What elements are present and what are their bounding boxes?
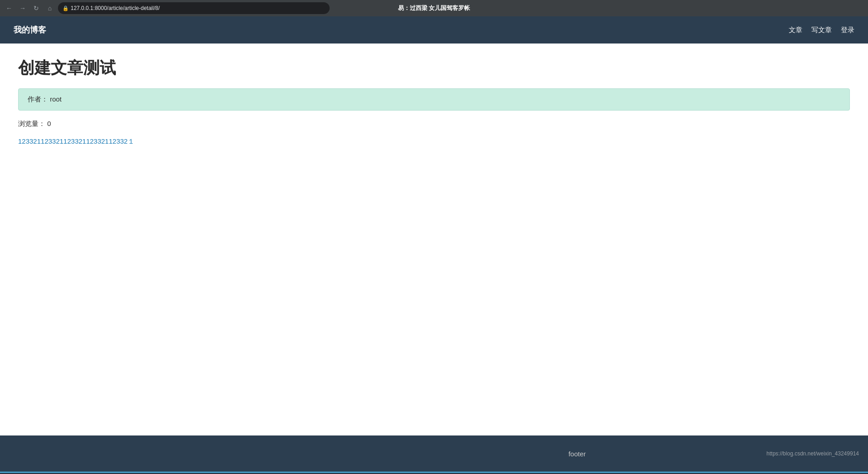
footer-right-text: https://blog.csdn.net/weixin_43249914	[767, 450, 859, 457]
navbar-link-articles[interactable]: 文章	[789, 26, 802, 34]
browser-chrome: ← → ↻ ⌂ 🔒 127.0.0.1:8000/article/article…	[0, 0, 868, 16]
navbar-link-write[interactable]: 写文章	[811, 26, 832, 34]
url-text: 127.0.0.1:8000/article/article-detail/8/	[71, 5, 160, 11]
author-label: 作者：	[28, 95, 48, 103]
article-content: 12332112332112332112332112332１	[18, 137, 850, 146]
view-count: 浏览量： 0	[18, 120, 850, 128]
article-title: 创建文章测试	[18, 57, 850, 79]
author-value: root	[50, 95, 62, 103]
forward-button[interactable]: →	[17, 3, 28, 14]
status-bar	[0, 472, 868, 474]
main-content: 创建文章测试 作者： root 浏览量： 0 12332112332112332…	[0, 44, 868, 435]
reload-button[interactable]: ↻	[31, 3, 42, 14]
back-button[interactable]: ←	[4, 3, 14, 14]
content-link[interactable]: 12332112332112332112332112332１	[18, 137, 134, 145]
navbar-brand[interactable]: 我的博客	[14, 24, 46, 35]
navbar: 我的博客 文章 写文章 登录	[0, 16, 868, 44]
address-bar[interactable]: 🔒 127.0.0.1:8000/article/article-detail/…	[58, 2, 330, 14]
lock-icon: 🔒	[62, 5, 69, 11]
view-count-value: 0	[47, 120, 51, 127]
site-footer: footer https://blog.csdn.net/weixin_4324…	[0, 435, 868, 472]
home-button[interactable]: ⌂	[44, 3, 55, 14]
view-label: 浏览量：	[18, 120, 45, 127]
author-bar: 作者： root	[18, 88, 850, 111]
navbar-links: 文章 写文章 登录	[789, 26, 854, 34]
footer-center-text: footer	[388, 450, 766, 458]
navbar-link-login[interactable]: 登录	[841, 26, 854, 34]
